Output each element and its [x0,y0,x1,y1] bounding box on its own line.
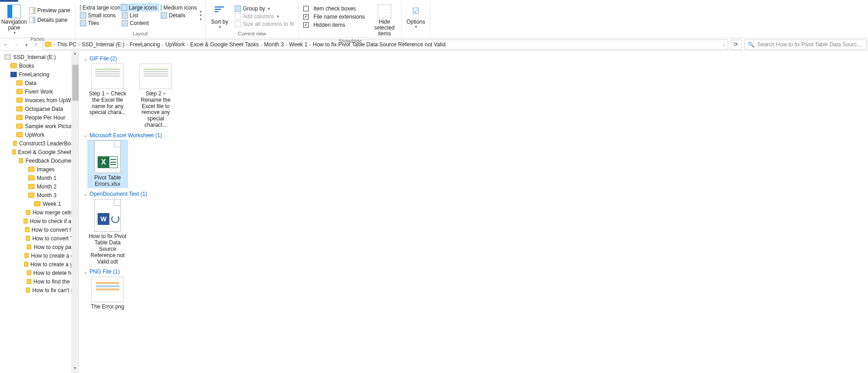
breadcrumb-segment[interactable]: Month 3 [263,41,285,48]
file-group-header[interactable]: ⌄Microsoft Excel Worksheet (1) [84,132,863,139]
chevron-right-icon[interactable]: › [186,42,189,47]
tree-item[interactable]: Month 2 [0,182,79,191]
breadcrumb-segment[interactable]: UpWork [164,41,186,48]
view-content[interactable]: Content [120,19,159,27]
scroll-down-arrow[interactable]: ▾ [71,366,79,373]
back-button[interactable]: ← [1,41,11,48]
address-history-dropdown[interactable]: ⌄ [722,42,726,47]
tree-item[interactable]: Week 1 [0,199,79,208]
tree-item[interactable]: Month 1 [0,174,79,182]
layout-scroll-down[interactable]: ▾ [200,13,202,17]
breadcrumb-segment[interactable]: Excel & Google Sheet Tasks [189,41,260,48]
chevron-right-icon[interactable]: › [161,42,164,47]
tree-item[interactable]: People Per Hour [0,113,79,122]
tree-item[interactable]: Sample work Pictures [0,122,79,130]
file-item[interactable]: Step 1 – Check the Excel file name for a… [88,64,127,129]
view-small-icons[interactable]: Small icons [78,11,120,19]
up-button[interactable]: ↑ [31,41,41,48]
tree-item[interactable]: How to create a dro [0,251,79,260]
chevron-right-icon[interactable]: › [260,42,263,47]
tree-item[interactable]: Feedback Documents [0,156,79,165]
view-details[interactable]: Details [159,11,199,19]
breadcrumb-bar[interactable]: › This PC›SSD_Internal (E:)›FreeLancing›… [43,40,728,50]
chevron-right-icon[interactable]: › [77,42,81,47]
scroll-up-arrow[interactable]: ▴ [71,51,79,58]
folder-icon [45,42,51,47]
layout-expand[interactable]: ▾ [200,17,202,21]
file-name-extensions-toggle[interactable]: File name extensions [301,13,366,20]
chevron-right-icon[interactable]: › [285,42,288,47]
tree-scrollbar[interactable]: ▴ ▾ [71,51,79,373]
tree-item[interactable]: Excel & Google Sheet Ta [0,148,79,156]
folder-icon [16,115,23,120]
chevron-right-icon[interactable]: › [125,42,129,47]
file-item[interactable]: The Error.png [88,277,127,310]
navigation-tree[interactable]: SSD_Internal (E:)BooksFreeLancingDataFiv… [0,51,79,373]
view-spacer [159,19,199,27]
chevron-right-icon[interactable]: › [308,42,312,47]
tree-item[interactable]: Construct3 LeaderBoard [0,139,79,148]
tree-item[interactable]: FreeLancing [0,70,79,79]
chevron-right-icon[interactable]: › [53,42,56,47]
details-pane-button[interactable]: Details pane [27,16,72,24]
tree-item[interactable]: How to convert Tex [0,234,79,243]
file-item[interactable]: WHow to fix Pivot Table Data Source Refe… [88,199,127,265]
tree-item[interactable]: Books [0,61,79,70]
tree-item[interactable]: Images [0,165,79,174]
layout-scroll-up[interactable]: ▴ [200,9,202,13]
tree-item[interactable]: How to find the len [0,277,79,286]
navigation-pane-button[interactable]: Navigation pane ▾ [3,4,25,36]
tree-item[interactable]: How merge cells in [0,208,79,217]
folder-icon [26,236,30,241]
file-view[interactable]: ⌄GIF File (2)Step 1 – Check the Excel fi… [79,51,868,373]
refresh-button[interactable]: ⟳ [730,40,742,50]
tree-item[interactable]: Invoices from UpWork [0,96,79,104]
file-group-header[interactable]: ⌄GIF File (2) [84,55,863,62]
options-button[interactable]: ☑ Options ▾ [404,4,427,30]
preview-pane-button[interactable]: Preview pane [27,6,72,14]
tree-item-label: Month 3 [37,192,56,199]
file-item[interactable]: Step 2 – Rename the Excel file to remove… [136,64,175,129]
hidden-items-toggle[interactable]: Hidden items [301,21,366,29]
view-large-icons[interactable]: Large icons [120,4,159,11]
sort-by-button[interactable]: Sort by ▾ [208,4,231,30]
tree-item[interactable]: How to copy paste [0,243,79,251]
tree-item[interactable]: SSD_Internal (E:) [0,53,79,61]
app-icon [10,72,17,77]
recent-locations-button[interactable]: ▾ [21,41,31,48]
tree-item[interactable]: Fiverr Work [0,87,79,96]
scroll-thumb[interactable] [72,65,79,101]
tree-item[interactable]: How to convert feet [0,225,79,234]
breadcrumb-segment[interactable]: This PC [56,41,78,48]
breadcrumb-segment[interactable]: How to fix Pivot Table Data Source Refer… [312,41,446,48]
tree-item[interactable]: How to delete hidd [0,269,79,277]
size-all-columns-button[interactable]: Size all columns to fit [233,20,296,28]
folder-icon [13,141,17,146]
view-tiles[interactable]: Tiles [78,19,120,27]
file-item[interactable]: XPivot Table Errors.xlsx [88,140,127,188]
file-item-name: The Error.png [91,304,124,310]
breadcrumb-segment[interactable]: FreeLancing [129,41,161,48]
tree-item[interactable]: Month 3 [0,191,79,199]
search-box[interactable]: 🔍 Search How to fix Pivot Table Data Sou… [745,40,867,50]
breadcrumb-segment[interactable]: SSD_Internal (E:) [81,41,125,48]
tree-item[interactable]: How to create a yes [0,260,79,269]
group-by-button[interactable]: Group by▾ [233,5,296,12]
file-item-name: Step 1 – Check the Excel file name for a… [88,91,127,116]
breadcrumb-segment[interactable]: Week 1 [288,41,308,48]
item-check-boxes-toggle[interactable]: Item check boxes [301,5,366,12]
tree-item[interactable]: How to check if a va [0,217,79,225]
view-list[interactable]: List [120,11,159,19]
forward-button[interactable]: → [11,41,21,48]
view-medium-icons[interactable]: Medium icons [159,4,199,11]
tree-item[interactable]: Octoparse Data [0,104,79,113]
tree-item[interactable]: How to fix can't run [0,286,79,294]
file-group-header[interactable]: ⌄OpenDocument Text (1) [84,191,863,197]
tree-item[interactable]: UpWork [0,130,79,139]
file-group-header[interactable]: ⌄PNG File (1) [84,269,863,275]
view-extra-large-icons[interactable]: Extra large icons [78,4,120,11]
hide-selected-items-button[interactable]: Hide selected items [370,4,399,38]
tree-item[interactable]: Data [0,79,79,87]
tree-item-label: Month 2 [37,184,56,190]
add-columns-button[interactable]: Add columns▾ [233,12,296,20]
